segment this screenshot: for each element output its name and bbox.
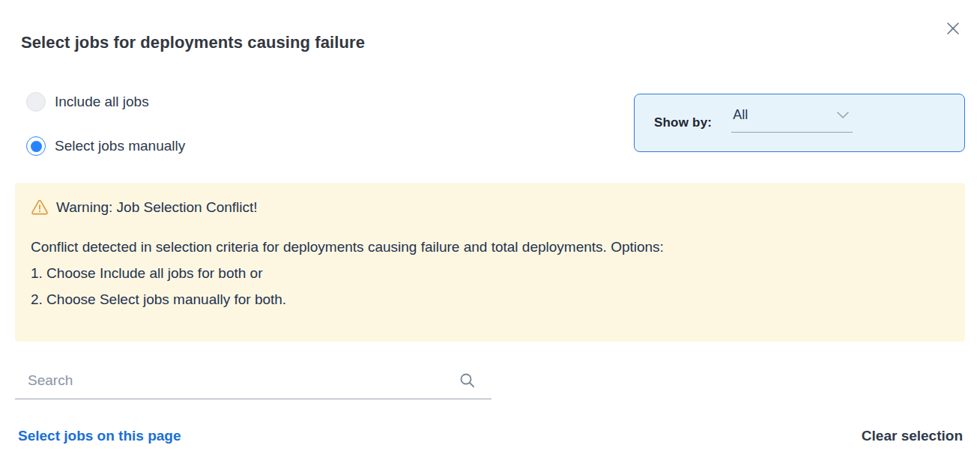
warning-title-row: Warning: Job Selection Conflict! <box>31 199 947 216</box>
radio-button-icon <box>26 92 46 112</box>
job-selection-radio-group: Include all jobs Select jobs manually <box>26 92 185 156</box>
warning-options-list: 1. Choose Include all jobs for both or 2… <box>31 260 947 312</box>
radio-include-all-jobs[interactable]: Include all jobs <box>26 92 185 112</box>
radio-label: Include all jobs <box>55 94 149 110</box>
show-by-selected-value: All <box>733 107 748 123</box>
search-box <box>15 366 491 399</box>
warning-banner: Warning: Job Selection Conflict! Conflic… <box>15 183 965 342</box>
clear-selection-button[interactable]: Clear selection <box>862 428 963 444</box>
search-icon <box>459 372 491 394</box>
warning-body: Conflict detected in selection criteria … <box>31 234 947 260</box>
select-jobs-on-page-link[interactable]: Select jobs on this page <box>18 428 181 444</box>
warning-triangle-icon <box>31 199 49 216</box>
warning-option: 2. Choose Select jobs manually for both. <box>31 286 947 312</box>
close-icon <box>945 20 961 37</box>
close-button[interactable] <box>943 18 964 39</box>
page-title: Select jobs for deployments causing fail… <box>21 33 365 52</box>
radio-label: Select jobs manually <box>55 138 185 154</box>
warning-title: Warning: Job Selection Conflict! <box>56 199 258 216</box>
chevron-down-icon <box>836 111 850 120</box>
warning-option: 1. Choose Include all jobs for both or <box>31 260 947 286</box>
show-by-label: Show by: <box>654 115 712 130</box>
search-input[interactable] <box>15 372 459 393</box>
show-by-panel: Show by: All <box>634 94 965 152</box>
radio-button-icon <box>26 136 46 156</box>
show-by-dropdown[interactable]: All <box>731 107 853 133</box>
radio-select-jobs-manually[interactable]: Select jobs manually <box>26 136 185 156</box>
